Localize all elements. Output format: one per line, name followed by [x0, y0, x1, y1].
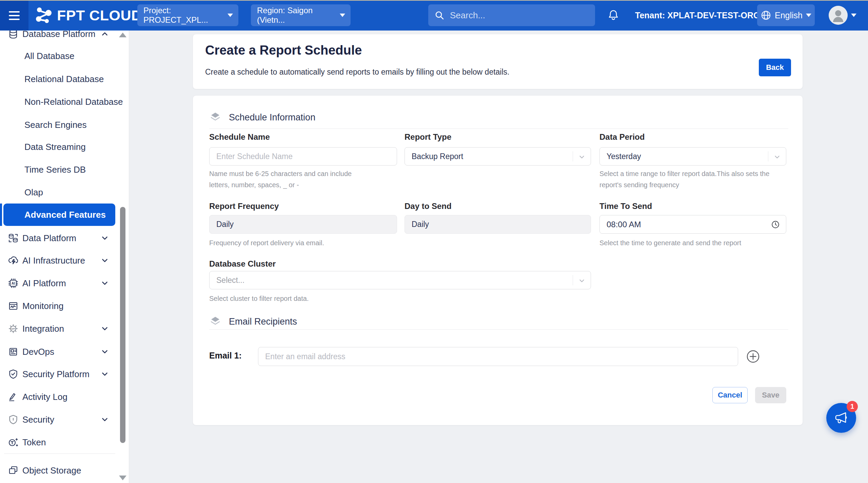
page-title: Create a Report Schedule — [205, 43, 362, 58]
sidebar-toggle-button[interactable] — [0, 1, 28, 31]
search-icon — [434, 10, 445, 20]
report-frequency-helper: Frequency of report delivery via email. — [209, 237, 399, 249]
sidebar-item-label: Search Engines — [24, 120, 87, 130]
bell-icon — [607, 9, 620, 22]
sidebar-scrollbar-thumb[interactable] — [120, 207, 125, 443]
chevron-down-icon — [228, 14, 233, 17]
sidebar-item-data-streaming[interactable]: Data Streaming — [0, 137, 117, 157]
database-cluster-select[interactable]: Select... — [209, 271, 591, 289]
email-1-label: Email 1: — [209, 351, 242, 361]
pen-icon — [7, 391, 19, 403]
data-period-helper: Select a time range to filter report dat… — [599, 168, 784, 191]
sidebar-item-devops[interactable]: DevOps — [0, 342, 117, 362]
email-recipients-section-header: Email Recipients — [209, 315, 297, 328]
chevron-down-icon — [851, 14, 856, 17]
sidebar-item-object-storage[interactable]: Object Storage — [0, 460, 117, 481]
sidebar-item-time-series-db[interactable]: Time Series DB — [0, 159, 117, 180]
language-selector[interactable]: English — [757, 4, 815, 26]
day-to-send-value: Daily — [412, 220, 429, 229]
sidebar-item-data-platform[interactable]: Data Platform — [0, 228, 117, 248]
section-divider — [209, 329, 788, 330]
sidebar-item-olap[interactable]: Olap — [0, 182, 117, 202]
report-type-label: Report Type — [405, 132, 451, 142]
sidebar-item-non-relational-database[interactable]: Non-Relational Database — [0, 92, 117, 112]
scroll-up-arrow[interactable] — [119, 33, 126, 37]
cancel-button[interactable]: Cancel — [712, 387, 748, 403]
chevron-down-icon — [100, 347, 109, 356]
save-button[interactable]: Save — [755, 387, 786, 403]
sidebar-navigation: Database Platform All Database Relationa… — [0, 31, 129, 483]
report-frequency-input: Daily — [209, 215, 397, 234]
chevron-down-icon — [578, 277, 586, 285]
sidebar-item-token[interactable]: Token — [0, 432, 117, 452]
scroll-down-arrow[interactable] — [119, 476, 126, 480]
schedule-name-input[interactable] — [209, 147, 397, 166]
page-subtitle: Create a schedule to automatically send … — [205, 67, 509, 77]
language-selector-label: English — [775, 11, 803, 20]
shield-icon — [7, 414, 19, 425]
search-input[interactable] — [449, 10, 579, 21]
sidebar-item-monitoring[interactable]: Monitoring — [0, 296, 117, 316]
sidebar-item-label: Non-Relational Database — [24, 97, 123, 107]
sidebar-item-ai-infrastructure[interactable]: AI Infrastructure — [0, 250, 117, 271]
sidebar-item-security[interactable]: Security — [0, 409, 117, 430]
chevron-down-icon — [100, 279, 109, 288]
sidebar-item-label: All Database — [24, 51, 74, 61]
shield-check-icon — [7, 368, 19, 380]
email-1-input[interactable] — [258, 347, 738, 366]
sidebar-item-search-engines[interactable]: Search Engines — [0, 115, 117, 135]
sidebar-item-label: AI Infrastructure — [22, 255, 85, 266]
sidebar-item-activity-log[interactable]: Activity Log — [0, 387, 117, 407]
section-divider — [209, 129, 788, 129]
user-menu[interactable] — [829, 6, 856, 25]
sidebar-item-label: Data Platform — [22, 233, 76, 244]
time-to-send-input[interactable]: 08:00 AM — [599, 215, 786, 234]
sidebar-item-label: Integration — [22, 324, 64, 334]
data-period-select[interactable]: Yesterday — [599, 147, 786, 166]
back-button[interactable]: Back — [759, 59, 791, 76]
sidebar-item-database-platform[interactable]: Database Platform — [0, 31, 117, 44]
global-search[interactable] — [428, 4, 595, 26]
select-divider — [573, 275, 573, 285]
time-to-send-helper: Select the time to generate and send the… — [599, 237, 789, 249]
chevron-down-icon — [340, 14, 345, 17]
sidebar-item-ai-platform[interactable]: AI AI Platform — [0, 273, 117, 293]
globe-icon — [761, 10, 771, 21]
add-email-button[interactable] — [746, 349, 761, 364]
region-selector[interactable]: Region: Saigon (Vietn... — [251, 4, 351, 26]
sidebar-item-label: Security — [22, 414, 54, 425]
notifications-button[interactable] — [607, 9, 620, 22]
sidebar-item-relational-database[interactable]: Relational Database — [0, 69, 117, 89]
svg-text:API: API — [11, 328, 15, 330]
sidebar-item-label: Monitoring — [22, 301, 63, 311]
sidebar-item-label: Token — [22, 437, 46, 448]
select-divider — [768, 151, 768, 161]
sidebar-item-advanced-features[interactable]: Advanced Features — [3, 204, 115, 226]
object-storage-icon — [7, 465, 19, 476]
data-period-label: Data Period — [599, 132, 645, 142]
database-cluster-placeholder: Select... — [216, 276, 244, 285]
report-schedule-form-card: Schedule Information Schedule Name Name … — [193, 95, 803, 425]
chevron-down-icon — [100, 370, 109, 379]
sidebar-item-integration[interactable]: API Integration — [0, 318, 117, 339]
tenant-selector[interactable]: Tenant: XPLAT-DEV-TEST-ORG — [635, 0, 772, 31]
chevron-down-icon — [100, 234, 109, 243]
sidebar-item-label: Object Storage — [22, 465, 81, 476]
report-type-select[interactable]: Backup Report — [405, 147, 591, 166]
sidebar-item-all-database[interactable]: All Database — [0, 46, 117, 66]
region-selector-label: Region: Saigon (Vietn... — [257, 6, 340, 25]
sidebar-item-label: Security Platform — [22, 369, 90, 380]
day-to-send-input: Daily — [405, 215, 591, 234]
tenant-selector-label: Tenant: XPLAT-DEV-TEST-ORG — [635, 11, 760, 20]
section-title: Email Recipients — [229, 316, 297, 327]
logo-text: FPT CLOUD — [57, 7, 142, 24]
project-selector[interactable]: Project: PROJECT_XPL... — [137, 4, 238, 26]
time-to-send-label: Time To Send — [599, 201, 652, 211]
database-cluster-helper: Select cluster to filter report data. — [209, 293, 447, 304]
data-platform-icon — [7, 232, 19, 244]
report-type-value: Backup Report — [412, 152, 463, 161]
database-cluster-label: Database Cluster — [209, 259, 276, 269]
monitoring-icon — [7, 300, 19, 312]
sidebar-item-security-platform[interactable]: Security Platform — [0, 364, 117, 384]
fpt-cloud-logo[interactable]: FPT CLOUD — [34, 0, 142, 31]
